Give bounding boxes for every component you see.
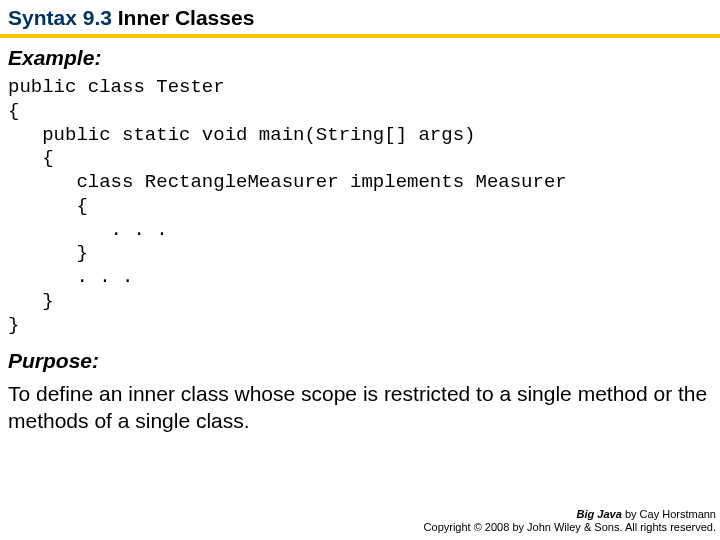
footer-line1: Big Java by Cay Horstmann [424,508,716,521]
footer-copyright: Copyright © 2008 by John Wiley & Sons. A… [424,521,716,534]
purpose-label: Purpose: [0,341,720,377]
title-suffix: Inner Classes [112,6,254,29]
example-label: Example: [0,38,720,74]
footer: Big Java by Cay Horstmann Copyright © 20… [424,508,716,534]
slide-title: Syntax 9.3 Inner Classes [0,0,720,38]
book-title: Big Java [577,508,622,520]
title-prefix: Syntax 9.3 [8,6,112,29]
code-example: public class Tester { public static void… [0,74,720,341]
book-author: by Cay Horstmann [622,508,716,520]
purpose-text: To define an inner class whose scope is … [0,377,720,434]
